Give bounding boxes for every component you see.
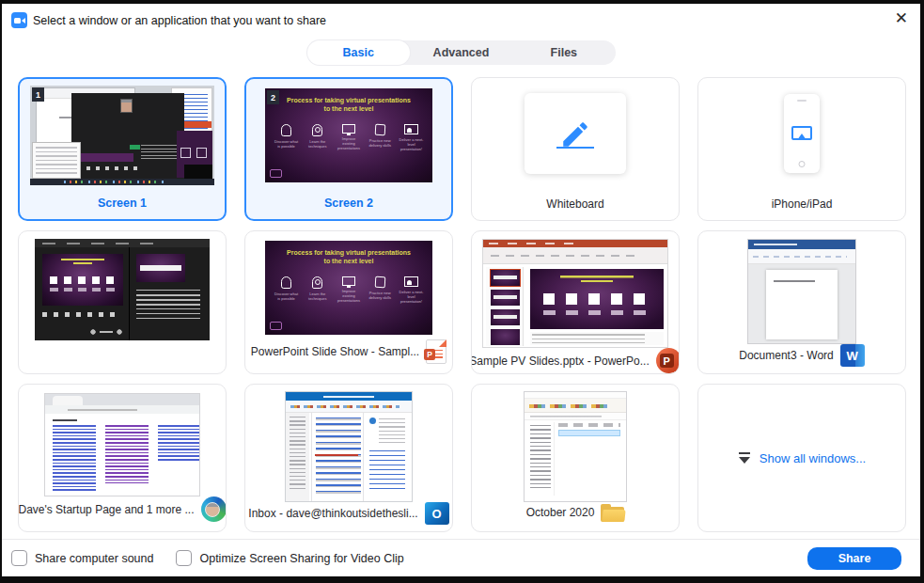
- slide-logo: [270, 169, 282, 178]
- decor: [53, 396, 83, 405]
- close-icon[interactable]: ✕: [895, 10, 908, 26]
- slide-caption: Discover what is possible: [273, 292, 300, 301]
- slide-step: Learn the techniques: [304, 124, 331, 152]
- decor: [493, 276, 517, 279]
- decor: [739, 452, 750, 455]
- edge-label: Dave's Startup Page and 1 more ...: [18, 503, 194, 516]
- decor: [42, 312, 116, 317]
- word-app-icon: W: [840, 344, 865, 367]
- tile-outlook-inbox[interactable]: Inbox - dave@thinkoutsidethesli... O: [244, 384, 453, 532]
- tile-edge-browser[interactable]: Dave's Startup Page and 1 more ...: [18, 384, 227, 532]
- tile-ppt-presenter-view[interactable]: [18, 230, 227, 374]
- word-label: Document3 - Word: [739, 349, 833, 362]
- pencil-icon: [559, 118, 591, 150]
- slide-step: Discover what is possible: [273, 276, 300, 305]
- outlook-label: Inbox - dave@thinkoutsidethesli...: [248, 507, 417, 520]
- share-sound-label: Share computer sound: [35, 552, 153, 565]
- avatar: [205, 502, 220, 517]
- tile-file-explorer[interactable]: October 2020: [471, 384, 680, 532]
- zoom-share-dialog: Select a window or an application that y…: [0, 0, 924, 583]
- decor: [543, 310, 650, 315]
- share-sound-option[interactable]: Share computer sound: [11, 550, 153, 566]
- mini-next-slide: [136, 254, 185, 282]
- tile-label: Screen 2: [324, 197, 373, 210]
- mini-link-column: [105, 425, 149, 483]
- decor: [491, 270, 520, 286]
- share-sound-checkbox[interactable]: [11, 550, 27, 566]
- whiteboard-thumbnail: [525, 93, 626, 174]
- slide-step: Deliver a next-level presentation!: [398, 276, 425, 305]
- share-source-grid: 1: [18, 77, 906, 532]
- tab-advanced[interactable]: Advanced: [410, 40, 512, 65]
- tile-label: Dave's Startup Page and 1 more ...: [18, 496, 226, 522]
- decor: [439, 339, 446, 347]
- optimize-video-label: Optimize Screen Sharing for Video Clip: [199, 552, 403, 565]
- decor: [50, 288, 116, 292]
- outlook-app-icon: O: [425, 502, 449, 525]
- head-bulb-icon: [281, 124, 291, 136]
- mini-selected-file: [558, 430, 620, 436]
- mini-list-window: [32, 142, 81, 179]
- tile-screen-1[interactable]: 1: [18, 77, 227, 221]
- mini-participant-video: [120, 99, 133, 113]
- tile-whiteboard[interactable]: Whiteboard: [471, 77, 680, 221]
- tile-word-document[interactable]: Document3 - Word W: [697, 230, 906, 374]
- slide-caption: Deliver a next-level presentation!: [398, 137, 425, 152]
- presenter-screen-icon: [404, 276, 418, 287]
- practice-icon: [374, 276, 385, 289]
- slide-step: Improve existing presentations: [336, 124, 363, 152]
- decor: [129, 247, 130, 340]
- show-all-windows-row: Show all windows...: [738, 385, 866, 531]
- decor: [130, 145, 140, 150]
- tile-ppt-slideshow[interactable]: Process for taking virtual presentations…: [244, 230, 453, 374]
- monitor-icon: [342, 124, 355, 134]
- decor: [140, 265, 181, 271]
- whiteboard-label: Whiteboard: [546, 197, 603, 211]
- mini-notes-pane: [530, 332, 664, 345]
- screen1-thumbnail: 1: [30, 86, 214, 185]
- zoom-camera-icon: [11, 12, 27, 28]
- tile-show-all-windows[interactable]: Show all windows...: [697, 384, 906, 532]
- slide-step: Improve existing presentations: [336, 276, 363, 305]
- slide-caption: Improve existing presentations: [336, 289, 363, 304]
- decor: [379, 418, 405, 443]
- screen2-label: Screen 2: [324, 197, 373, 210]
- mini-zoom-window: [71, 93, 184, 180]
- decor: [602, 510, 625, 522]
- decor: [180, 148, 191, 158]
- decor: [491, 309, 520, 325]
- decor: [42, 262, 123, 265]
- edge-browser-avatar-icon: [201, 496, 227, 522]
- mini-message-list: [311, 413, 364, 501]
- decor: [369, 450, 405, 492]
- decor: [556, 147, 594, 150]
- decor: [14, 18, 21, 24]
- screen1-label: Screen 1: [98, 197, 147, 210]
- slide-caption: Practice new delivery skills: [367, 291, 394, 300]
- tab-basic[interactable]: Basic: [307, 40, 410, 65]
- tile-label: Whiteboard: [546, 197, 603, 211]
- tile-ppt-editor[interactable]: Sample PV Slides.pptx - PowerPo... P: [471, 230, 680, 374]
- tab-files[interactable]: Files: [512, 40, 615, 65]
- mini-taskbar: [30, 179, 214, 185]
- mini-ppt-titlebar: [483, 240, 667, 247]
- decor: [184, 165, 212, 179]
- explorer-label: October 2020: [526, 506, 595, 519]
- mini-link-column: [53, 425, 96, 493]
- share-button[interactable]: Share: [807, 547, 901, 570]
- mini-notes: [136, 290, 202, 327]
- tile-screen-2[interactable]: 2 Process for taking virtual presentatio…: [244, 77, 453, 221]
- decor: [525, 392, 626, 399]
- slide-step: Learn the techniques: [304, 276, 331, 305]
- decor: P: [660, 354, 674, 368]
- mini-word-page: [766, 270, 838, 339]
- mini-address-bar: [45, 405, 199, 414]
- decor: [491, 329, 520, 345]
- show-all-windows-link[interactable]: Show all windows...: [760, 451, 866, 465]
- slide-title-line2: to the next level: [265, 257, 432, 265]
- slide-logo: [270, 322, 282, 330]
- optimize-video-checkbox[interactable]: [176, 550, 192, 566]
- tile-iphone-ipad[interactable]: iPhone/iPad: [697, 77, 906, 221]
- dialog-title: Select a window or an application that y…: [33, 14, 326, 27]
- optimize-video-option[interactable]: Optimize Screen Sharing for Video Clip: [176, 550, 403, 566]
